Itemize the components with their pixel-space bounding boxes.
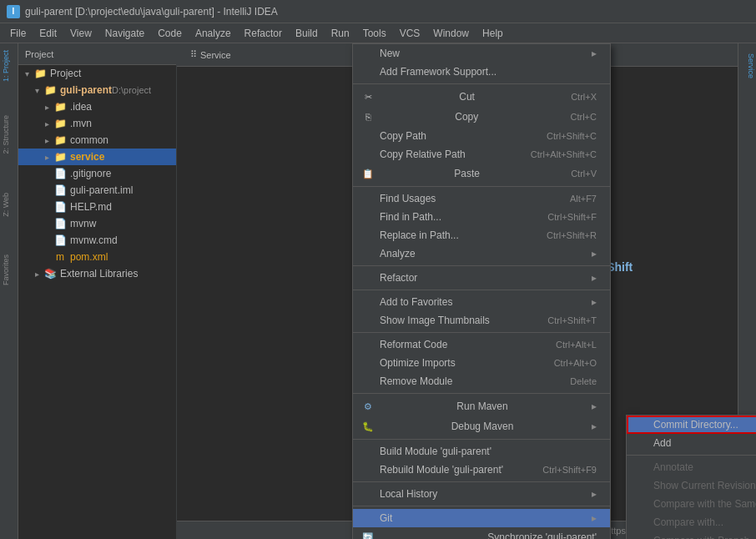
menu-item-copy-relative-path[interactable]: Copy Relative Path Ctrl+Alt+Shift+C [353,145,610,164]
menu-item-new[interactable]: New ▸ [353,44,610,63]
menu-run[interactable]: Run [325,26,356,41]
folder-icon: 📁 [43,83,57,97]
separator [627,455,756,456]
item-label: Git [380,512,392,524]
item-label: Annotate [653,461,693,473]
tree-label: .gitignore [70,168,111,179]
menu-item-debug-maven[interactable]: 🐛 Debug Maven ▸ [353,416,610,436]
folder-icon: 📁 [33,67,47,80]
item-label: Synchronize 'guli-parent' [487,531,597,539]
tree-item-service[interactable]: ▸ 📁 service [18,149,176,165]
project-panel-header: Project [18,43,176,65]
menu-item-build-module[interactable]: Build Module 'guli-parent' [353,442,610,461]
tree-item-gitignore[interactable]: 📄 .gitignore [18,165,176,182]
menu-item-copy[interactable]: ⎘ Copy Ctrl+C [353,107,610,127]
tree-label: guli-parent [60,84,112,96]
menu-file[interactable]: File [3,26,33,41]
submenu-item-compare-same-repo: Compare with the Same Repository Version [627,495,756,513]
sidebar-item-web[interactable]: Z: Web [0,186,18,224]
menu-item-replace-in-path[interactable]: Replace in Path... Ctrl+Shift+R [353,226,610,244]
tree-label: service [70,151,104,163]
item-label: Show Image Thumbnails [380,315,490,326]
sidebar-item-favorites[interactable]: Favorites [0,248,18,292]
tree-label: External Libraries [60,268,138,280]
menu-build[interactable]: Build [289,26,325,41]
tree-item-project[interactable]: ▾ 📁 Project [18,65,176,82]
tree-label: .idea [70,101,92,113]
item-label: Replace in Path... [380,229,459,241]
tree-item-mvnw[interactable]: 📄 mvnw [18,215,176,232]
menu-help[interactable]: Help [476,26,510,41]
menu-item-reformat[interactable]: Reformat Code Ctrl+Alt+L [353,335,610,354]
menu-code[interactable]: Code [151,26,189,41]
item-label: Add [653,437,671,449]
submenu-item-commit-directory[interactable]: Commit Directory... [627,416,756,434]
item-label: Copy [455,111,478,123]
tree-item-helpmd[interactable]: 📄 HELP.md [18,199,176,215]
debug-icon: 🐛 [360,420,376,433]
tree-item-pomxml[interactable]: m pom.xml [18,249,176,265]
menu-item-find-in-path[interactable]: Find in Path... Ctrl+Shift+F [353,208,610,226]
title-bar: I guli-parent [D:\project\edu\java\guli-… [0,0,756,23]
menu-item-find-usages[interactable]: Find Usages Alt+F7 [353,189,610,208]
menu-tools[interactable]: Tools [356,26,393,41]
menu-view[interactable]: View [63,26,98,41]
arrow-icon: ▾ [32,85,42,95]
folder-icon: 📁 [53,117,67,130]
menu-item-rebuild-module[interactable]: Rebuild Module 'guli-parent' Ctrl+Shift+… [353,461,610,479]
tree-item-iml[interactable]: 📄 guli-parent.iml [18,182,176,199]
tree-label: mvnw.cmd [70,234,118,246]
shortcut: Delete [570,376,597,386]
tree-item-external-libraries[interactable]: ▸ 📚 External Libraries [18,265,176,282]
menu-vcs[interactable]: VCS [393,26,427,41]
service-icon: ⠿ [190,49,197,60]
sidebar-item-structure[interactable]: 2: Structure [0,108,18,161]
submenu-item-add[interactable]: Add Ctrl+Alt+A [627,434,756,452]
menu-edit[interactable]: Edit [33,26,63,41]
menu-item-local-history[interactable]: Local History ▸ [353,485,610,503]
menu-item-synchronize[interactable]: 🔄 Synchronize 'guli-parent' [353,527,610,539]
item-label: Add to Favorites [380,296,452,308]
menu-analyze[interactable]: Analyze [189,26,238,41]
item-label: Rebuild Module 'guli-parent' [380,464,503,476]
menu-item-run-maven[interactable]: ⚙ Run Maven ▸ [353,396,610,416]
paste-icon: 📋 [360,167,376,180]
item-label: Paste [454,168,480,179]
file-icon: 📄 [53,184,67,197]
menu-item-add-to-favorites[interactable]: Add to Favorites ▸ [353,293,610,311]
menu-item-show-thumbnails[interactable]: Show Image Thumbnails Ctrl+Shift+T [353,311,610,330]
menu-refactor[interactable]: Refactor [238,26,289,41]
content-area: ⠿ Service Search Everywhere Double Shift… [177,43,756,539]
sidebar-item-project[interactable]: 1: Project [0,43,18,92]
menu-item-cut[interactable]: ✂ Cut Ctrl+X [353,87,610,107]
item-label: Local History [380,488,437,500]
service-button[interactable]: ⠿ Service [184,48,238,62]
file-icon: 📄 [53,200,67,214]
tree-item-idea[interactable]: ▸ 📁 .idea [18,98,176,115]
file-icon: m [53,250,67,264]
menu-item-refactor[interactable]: Refactor ▸ [353,269,610,287]
menu-item-analyze[interactable]: Analyze ▸ [353,244,610,263]
arrow-icon: ▸ [42,152,52,162]
menu-window[interactable]: Window [426,26,476,41]
menu-item-add-framework[interactable]: Add Framework Support... [353,63,610,81]
sidebar-item-service-right[interactable]: Service [738,43,757,85]
tree-item-mvn[interactable]: ▸ 📁 .mvn [18,115,176,132]
tree-item-common[interactable]: ▸ 📁 common [18,132,176,149]
menu-item-remove-module[interactable]: Remove Module Delete [353,372,610,390]
file-icon: 📄 [53,234,67,247]
separator [353,481,610,482]
menu-bar: File Edit View Navigate Code Analyze Ref… [0,23,756,43]
item-label: Reformat Code [380,339,447,350]
menu-item-optimize-imports[interactable]: Optimize Imports Ctrl+Alt+O [353,354,610,372]
menu-item-git[interactable]: Git ▸ [353,509,610,527]
menu-item-paste[interactable]: 📋 Paste Ctrl+V [353,164,610,184]
dropdown-overlay: New ▸ Add Framework Support... ✂ Cut Ctr… [177,43,756,539]
tree-label: guli-parent.iml [70,184,133,196]
menu-item-copy-path[interactable]: Copy Path Ctrl+Shift+C [353,127,610,145]
submenu-item-annotate: Annotate [627,458,756,476]
menu-navigate[interactable]: Navigate [98,26,151,41]
tree-item-mvnw-cmd[interactable]: 📄 mvnw.cmd [18,232,176,249]
tree-item-guli-parent[interactable]: ▾ 📁 guli-parent D:\project [18,82,176,98]
shortcut: Ctrl+Alt+Shift+C [531,149,597,159]
